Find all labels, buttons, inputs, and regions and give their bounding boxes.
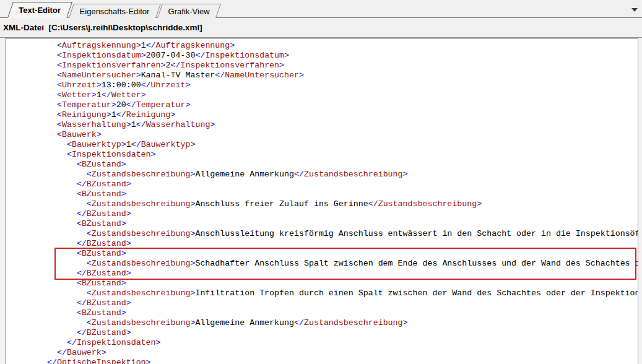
xml-line: <Wetter>1</Wetter> <box>47 90 638 100</box>
xml-line: <Bauwerktyp>1</Bauwerktyp> <box>47 140 638 150</box>
xml-line: </BZustand> <box>47 298 638 308</box>
xml-line: </BZustand> <box>47 269 638 279</box>
xml-line: </BZustand> <box>47 209 638 219</box>
xml-line: <BZustand> <box>47 308 638 318</box>
tab-eigenschafts-editor[interactable]: Eigenschafts-Editor <box>69 4 161 18</box>
xml-line: <Wasserhaltung>1</Wasserhaltung> <box>47 120 638 130</box>
xml-line: </BZustand> <box>47 328 638 338</box>
xml-line: </BZustand> <box>47 180 638 189</box>
xml-line: <Zustandsbeschreibung>Infiltration Tropf… <box>47 288 638 298</box>
app-window: { "tabs": { "items": [ {"label": "Text-E… <box>0 0 642 364</box>
xml-code: <Auftragskennung>1</Auftragskennung> <In… <box>6 39 638 364</box>
xml-line: <Uhrzeit>13:00:00</Uhrzeit> <box>47 80 638 90</box>
xml-line: <Bauwerk> <box>47 130 638 140</box>
tab-grafik-view-label: Grafik-View <box>168 7 210 16</box>
xml-line: <BZustand> <box>47 160 638 170</box>
xml-line: <BZustand> <box>47 249 638 259</box>
xml-line: </Inspektionsdaten> <box>47 338 638 348</box>
tab-grafik-view[interactable]: Grafik-View <box>157 4 221 18</box>
xml-text-editor[interactable]: <Auftragskennung>1</Auftragskennung> <In… <box>5 38 638 364</box>
xml-line: <Zustandsbeschreibung>Allgemeine Anmerku… <box>47 170 638 180</box>
editor-area: <Auftragskennung>1</Auftragskennung> <In… <box>0 38 642 364</box>
xml-line: <Reinigung>1</Reinigung> <box>47 110 638 120</box>
xml-line: <Inspektionsdaten> <box>47 150 638 160</box>
xml-line: <Zustandsbeschreibung>Anschlussleitung k… <box>47 229 638 239</box>
xml-line: <BZustand> <box>47 189 638 199</box>
file-path-label: XML-Datei [C:\Users\j.reihl\Desktop\schr… <box>3 23 202 32</box>
tab-bar: Text-Editor Eigenschafts-Editor Grafik-V… <box>0 0 642 18</box>
xml-line: <Auftragskennung>1</Auftragskennung> <box>47 41 638 51</box>
file-path-header: XML-Datei [C:\Users\j.reihl\Desktop\schr… <box>0 18 642 38</box>
tab-text-editor[interactable]: Text-Editor <box>7 2 72 18</box>
tab-strip: Text-Editor Eigenschafts-Editor Grafik-V… <box>7 2 218 18</box>
tab-eigenschafts-editor-label: Eigenschafts-Editor <box>79 7 149 16</box>
xml-line: <Zustandsbeschreibung>Anschluss freier Z… <box>47 199 638 209</box>
xml-line: </OptischeInspektion> <box>47 358 638 364</box>
tab-overflow-dropdown-icon[interactable] <box>631 8 638 12</box>
xml-line: <Temperatur>20</Temperatur> <box>47 100 638 110</box>
xml-line: <BZustand> <box>47 219 638 229</box>
xml-line: <Inspektionsverfahren>2</Inspektionsverf… <box>47 61 638 71</box>
xml-line: </BZustand> <box>47 239 638 249</box>
xml-line: <NameUntersucher>Kanal-TV Master</NameUn… <box>47 71 638 80</box>
xml-line: <Inspektionsdatum>2007-04-30</Inspektion… <box>47 51 638 61</box>
tab-text-editor-label: Text-Editor <box>19 6 61 15</box>
xml-line: <BZustand> <box>47 279 638 288</box>
xml-line: <Zustandsbeschreibung>Allgemeine Anmerku… <box>47 318 638 328</box>
xml-line: <Zustandsbeschreibung>Schadhafter Anschl… <box>47 259 638 269</box>
xml-line: </Bauwerk> <box>47 348 638 358</box>
